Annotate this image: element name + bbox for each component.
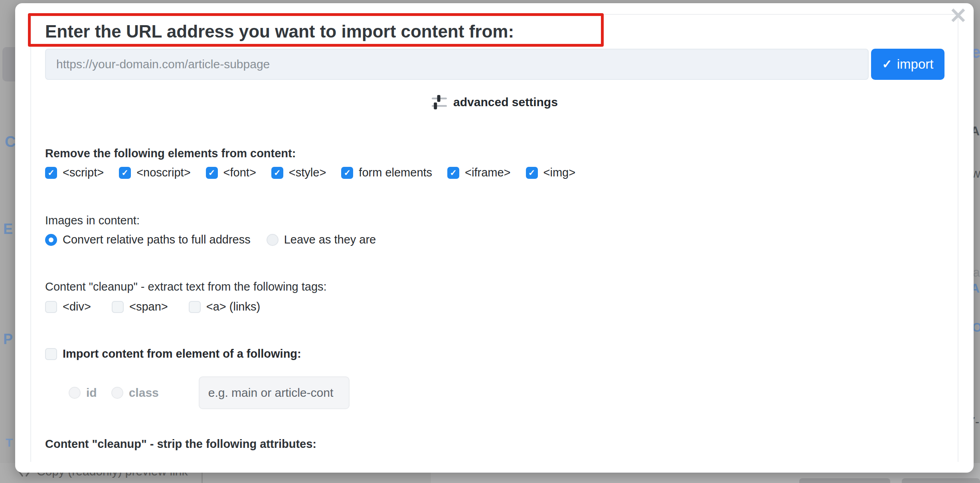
radio-disabled-icon (111, 387, 123, 399)
background-text-fragment: C (5, 134, 16, 149)
section-label-extract-text: Content "cleanup" - extract text from th… (45, 281, 327, 293)
section-label-strip-attributes: Content "cleanup" - strip the following … (45, 438, 316, 451)
checkbox-unchecked-icon (45, 348, 57, 360)
close-icon[interactable]: ✕ (949, 5, 967, 26)
radio-convert-relative-paths[interactable]: Convert relative paths to full address (45, 233, 251, 246)
import-content-dialog: Enter the URL address you want to import… (15, 3, 974, 473)
images-in-content-options: Convert relative paths to full address L… (45, 233, 376, 246)
checkbox-label: <script> (63, 166, 104, 179)
checkbox-checked-icon: ✓ (341, 167, 353, 179)
checkbox-form-elements[interactable]: ✓ form elements (341, 166, 432, 179)
radio-unselected-icon (267, 234, 279, 246)
import-button[interactable]: ✓ import (871, 49, 944, 80)
checkbox-label: <style> (289, 166, 326, 179)
checkbox-img[interactable]: ✓ <img> (526, 166, 576, 179)
selector-input[interactable] (199, 376, 350, 409)
checkbox-checked-icon: ✓ (526, 167, 538, 179)
checkbox-unchecked-icon (189, 301, 201, 313)
checkbox-a-links[interactable]: <a> (links) (189, 300, 260, 313)
radio-label: id (86, 386, 97, 400)
remove-elements-options: ✓ <script> ✓ <noscript> ✓ <font> ✓ <styl… (45, 166, 575, 179)
checkbox-label: <iframe> (465, 166, 510, 179)
check-icon: ✓ (882, 58, 892, 70)
radio-selected-icon (45, 234, 57, 246)
checkbox-label: form elements (359, 166, 432, 179)
checkbox-checked-icon: ✓ (45, 167, 57, 179)
checkbox-label: <img> (543, 166, 576, 179)
advanced-settings-toggle[interactable]: advanced settings (15, 94, 974, 110)
background-text-fragment: a (973, 266, 980, 279)
radio-id: id (69, 386, 97, 400)
radio-class: class (111, 386, 159, 400)
import-button-label: import (897, 57, 934, 72)
checkbox-unchecked-icon (45, 301, 57, 313)
checkbox-label: Import content from element of a followi… (63, 347, 301, 360)
checkbox-checked-icon: ✓ (119, 167, 131, 179)
sliders-icon (431, 94, 448, 110)
checkbox-label: <font> (223, 166, 256, 179)
section-label-images-in-content: Images in content: (45, 214, 140, 227)
url-input[interactable] (45, 49, 869, 80)
checkbox-unchecked-icon (112, 301, 124, 313)
checkbox-checked-icon: ✓ (271, 167, 283, 179)
extract-text-options: <div> <span> <a> (links) (45, 300, 260, 313)
selector-type-row: id class (69, 376, 350, 410)
radio-label: Convert relative paths to full address (63, 233, 251, 246)
checkbox-iframe[interactable]: ✓ <iframe> (447, 166, 510, 179)
background-button-fragment (902, 478, 980, 483)
background-text-fragment: T (6, 437, 13, 449)
checkbox-checked-icon: ✓ (447, 167, 459, 179)
checkbox-label: <noscript> (136, 166, 190, 179)
checkbox-noscript[interactable]: ✓ <noscript> (119, 166, 190, 179)
background-text-fragment: E (3, 222, 13, 236)
advanced-settings-label: advanced settings (453, 95, 558, 109)
checkbox-label: <a> (links) (206, 300, 260, 313)
checkbox-div[interactable]: <div> (45, 300, 91, 313)
radio-leave-as-they-are[interactable]: Leave as they are (267, 233, 376, 246)
radio-label: Leave as they are (284, 233, 376, 246)
import-from-element-row: Import content from element of a followi… (45, 347, 301, 360)
checkbox-label: <span> (129, 300, 168, 313)
radio-disabled-icon (69, 387, 81, 399)
section-label-remove-elements: Remove the following elements from conte… (45, 147, 296, 160)
checkbox-span[interactable]: <span> (112, 300, 168, 313)
radio-label: class (129, 386, 159, 400)
background-text-fragment: P (3, 332, 13, 346)
checkbox-script[interactable]: ✓ <script> (45, 166, 104, 179)
dialog-title: Enter the URL address you want to import… (45, 23, 514, 40)
checkbox-label: <div> (63, 300, 91, 313)
background-button-fragment (799, 478, 890, 483)
checkbox-checked-icon: ✓ (206, 167, 218, 179)
checkbox-font[interactable]: ✓ <font> (206, 166, 256, 179)
checkbox-import-from-element[interactable]: Import content from element of a followi… (45, 347, 301, 360)
checkbox-style[interactable]: ✓ <style> (271, 166, 326, 179)
